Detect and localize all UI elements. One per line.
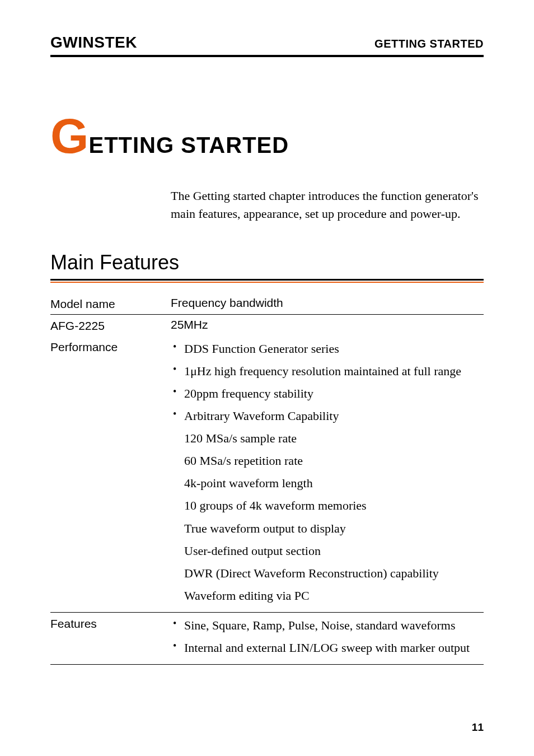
header-value: Frequency bandwidth — [171, 296, 484, 311]
model-value: 25MHz — [171, 318, 484, 333]
performance-bullets: DDS Function Generator series 1μHz high … — [171, 339, 484, 426]
features-content: Sine, Square, Ramp, Pulse, Noise, standa… — [171, 616, 484, 661]
performance-label: Performance — [50, 339, 171, 609]
list-item: DDS Function Generator series — [171, 339, 484, 358]
features-bullets: Sine, Square, Ramp, Pulse, Noise, standa… — [171, 616, 484, 657]
page-header: GWINSTEK GETTING STARTED — [50, 34, 484, 57]
chapter-title-text: ETTING STARTED — [88, 133, 289, 157]
list-item: 4k-point waveform length — [184, 474, 484, 493]
performance-row: Performance DDS Function Generator serie… — [50, 339, 484, 613]
page-number: 11 — [472, 721, 484, 734]
section-rule — [50, 279, 484, 283]
spec-table: Model name Frequency bandwidth AFG-2225 … — [50, 296, 484, 665]
chapter-title: GETTING STARTED — [50, 108, 484, 165]
list-item: DWR (Direct Waveform Reconstruction) cap… — [184, 564, 484, 583]
logo-text: GWINSTEK — [50, 34, 137, 51]
brand-logo: GWINSTEK — [50, 34, 137, 52]
model-row: AFG-2225 25MHz — [50, 318, 484, 336]
chapter-intro: The Getting started chapter introduces t… — [171, 187, 484, 223]
features-row: Features Sine, Square, Ramp, Pulse, Nois… — [50, 616, 484, 665]
list-item: 1μHz high frequency resolution maintaine… — [171, 362, 484, 381]
table-header-row: Model name Frequency bandwidth — [50, 296, 484, 315]
list-item: True waveform output to display — [184, 519, 484, 538]
model-label: AFG-2225 — [50, 318, 171, 333]
header-section-label: GETTING STARTED — [374, 38, 484, 50]
performance-content: DDS Function Generator series 1μHz high … — [171, 339, 484, 609]
list-item: Internal and external LIN/LOG sweep with… — [171, 638, 484, 657]
list-item: Arbitrary Waveform Capability — [171, 407, 484, 426]
features-label: Features — [50, 616, 171, 661]
list-item: 120 MSa/s sample rate — [184, 429, 484, 448]
header-label: Model name — [50, 296, 171, 311]
list-item: Waveform editing via PC — [184, 586, 484, 605]
list-item: User-defined output section — [184, 542, 484, 561]
chapter-dropcap: G — [50, 108, 88, 164]
list-item: 20ppm frequency stability — [171, 384, 484, 403]
list-item: 10 groups of 4k waveform memories — [184, 496, 484, 515]
performance-sublist: 120 MSa/s sample rate 60 MSa/s repetitio… — [171, 429, 484, 605]
list-item: Sine, Square, Ramp, Pulse, Noise, standa… — [171, 616, 484, 635]
section-title: Main Features — [50, 251, 484, 274]
list-item: 60 MSa/s repetition rate — [184, 451, 484, 470]
